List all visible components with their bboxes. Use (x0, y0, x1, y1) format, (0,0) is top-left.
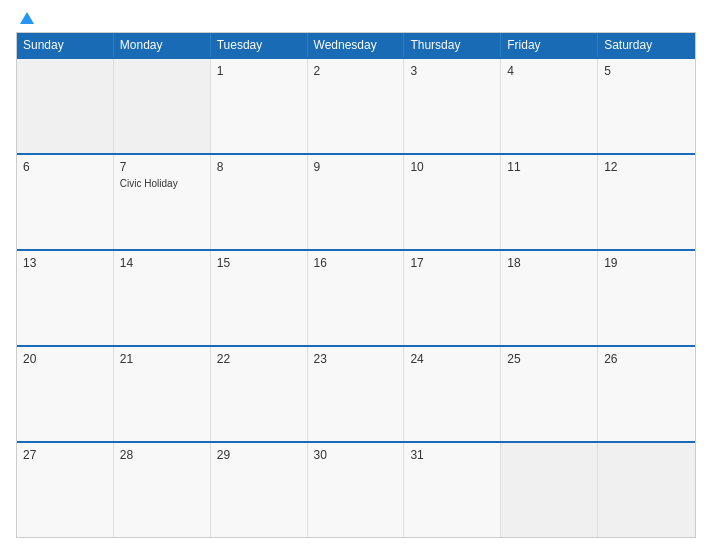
day-number: 23 (314, 352, 398, 366)
col-header-tuesday: Tuesday (211, 33, 308, 57)
calendar-week-3: 13141516171819 (17, 249, 695, 345)
calendar-cell: 6 (17, 155, 114, 249)
day-number: 17 (410, 256, 494, 270)
calendar-cell: 28 (114, 443, 211, 537)
day-number: 6 (23, 160, 107, 174)
logo (16, 12, 34, 24)
calendar-body: 1234567Civic Holiday89101112131415161718… (17, 57, 695, 537)
calendar-cell (114, 59, 211, 153)
calendar-cell: 11 (501, 155, 598, 249)
day-number: 3 (410, 64, 494, 78)
logo-blue-text (16, 12, 34, 24)
calendar-cell: 5 (598, 59, 695, 153)
calendar-cell: 2 (308, 59, 405, 153)
calendar-cell: 29 (211, 443, 308, 537)
calendar-cell: 7Civic Holiday (114, 155, 211, 249)
day-number: 12 (604, 160, 689, 174)
day-number: 29 (217, 448, 301, 462)
day-number: 7 (120, 160, 204, 174)
day-number: 14 (120, 256, 204, 270)
calendar-cell: 8 (211, 155, 308, 249)
day-number: 27 (23, 448, 107, 462)
calendar-week-5: 2728293031 (17, 441, 695, 537)
calendar-header-row: SundayMondayTuesdayWednesdayThursdayFrid… (17, 33, 695, 57)
day-number: 1 (217, 64, 301, 78)
calendar-cell: 10 (404, 155, 501, 249)
day-number: 5 (604, 64, 689, 78)
event-label: Civic Holiday (120, 178, 204, 189)
page-header (16, 12, 696, 24)
calendar-cell: 22 (211, 347, 308, 441)
day-number: 24 (410, 352, 494, 366)
day-number: 10 (410, 160, 494, 174)
day-number: 8 (217, 160, 301, 174)
calendar-cell: 9 (308, 155, 405, 249)
calendar-grid: SundayMondayTuesdayWednesdayThursdayFrid… (16, 32, 696, 538)
day-number: 30 (314, 448, 398, 462)
calendar-week-1: 12345 (17, 57, 695, 153)
calendar-cell: 15 (211, 251, 308, 345)
calendar-cell: 18 (501, 251, 598, 345)
calendar-cell: 17 (404, 251, 501, 345)
col-header-wednesday: Wednesday (308, 33, 405, 57)
calendar-cell: 27 (17, 443, 114, 537)
day-number: 2 (314, 64, 398, 78)
day-number: 21 (120, 352, 204, 366)
calendar-cell: 16 (308, 251, 405, 345)
calendar-cell: 19 (598, 251, 695, 345)
day-number: 16 (314, 256, 398, 270)
day-number: 20 (23, 352, 107, 366)
day-number: 22 (217, 352, 301, 366)
col-header-monday: Monday (114, 33, 211, 57)
calendar-cell: 4 (501, 59, 598, 153)
col-header-saturday: Saturday (598, 33, 695, 57)
day-number: 25 (507, 352, 591, 366)
col-header-friday: Friday (501, 33, 598, 57)
calendar-cell: 26 (598, 347, 695, 441)
calendar-cell (501, 443, 598, 537)
day-number: 28 (120, 448, 204, 462)
calendar-cell: 25 (501, 347, 598, 441)
calendar-week-2: 67Civic Holiday89101112 (17, 153, 695, 249)
calendar-cell: 14 (114, 251, 211, 345)
calendar-cell: 24 (404, 347, 501, 441)
calendar-cell: 13 (17, 251, 114, 345)
calendar-week-4: 20212223242526 (17, 345, 695, 441)
day-number: 11 (507, 160, 591, 174)
day-number: 26 (604, 352, 689, 366)
calendar-cell: 20 (17, 347, 114, 441)
logo-triangle-icon (20, 12, 34, 24)
calendar-cell: 3 (404, 59, 501, 153)
day-number: 15 (217, 256, 301, 270)
col-header-thursday: Thursday (404, 33, 501, 57)
calendar-cell (17, 59, 114, 153)
calendar-cell: 23 (308, 347, 405, 441)
col-header-sunday: Sunday (17, 33, 114, 57)
calendar-cell (598, 443, 695, 537)
calendar-cell: 21 (114, 347, 211, 441)
calendar-cell: 30 (308, 443, 405, 537)
day-number: 13 (23, 256, 107, 270)
day-number: 18 (507, 256, 591, 270)
day-number: 4 (507, 64, 591, 78)
calendar-cell: 12 (598, 155, 695, 249)
calendar-page: SundayMondayTuesdayWednesdayThursdayFrid… (0, 0, 712, 550)
day-number: 19 (604, 256, 689, 270)
day-number: 9 (314, 160, 398, 174)
calendar-cell: 1 (211, 59, 308, 153)
calendar-cell: 31 (404, 443, 501, 537)
day-number: 31 (410, 448, 494, 462)
